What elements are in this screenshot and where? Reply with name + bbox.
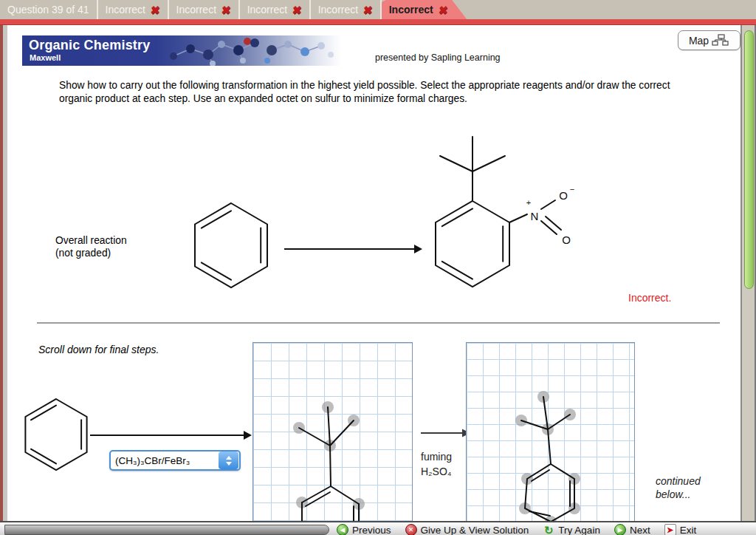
oxygen-top-label: O (559, 189, 568, 202)
tab-label: Incorrect (247, 4, 287, 16)
previous-label: Previous (352, 525, 391, 535)
course-banner: Organic Chemistry Maxwell (22, 35, 341, 66)
continued-below-note: continued below... (656, 474, 701, 501)
reagent-dropdown-value: (CH₃)₃CBr/FeBr₃ (111, 455, 219, 466)
nitrogen-plus-charge: + (526, 198, 531, 207)
tab-label: Incorrect (106, 4, 145, 16)
presented-by-text: presented by Sapling Learning (375, 52, 501, 63)
next-icon: ▶ (614, 524, 626, 535)
course-title: Organic Chemistry (29, 38, 150, 53)
give-up-button[interactable]: ✕ Give Up & View Solution (405, 524, 529, 535)
exit-icon: ➤ (664, 524, 676, 535)
reagent-dropdown[interactable]: (CH₃)₃CBr/FeBr₃ (109, 450, 241, 471)
overall-reaction-line1: Overall reaction (55, 234, 127, 247)
incorrect-x-icon: ✖ (150, 4, 160, 16)
tab-label: Incorrect (389, 4, 433, 16)
product-structure: N + O − O (425, 132, 594, 296)
tab-question-number[interactable]: Question 39 of 41 (0, 0, 98, 19)
overall-reaction-line2: (not graded) (55, 247, 127, 259)
try-again-label: Try Again (558, 525, 600, 535)
next-label: Next (630, 525, 650, 535)
benzene-reactant-structure (186, 200, 276, 294)
question-text: Show how to carry out the following tran… (59, 79, 688, 105)
overall-reaction-label: Overall reaction (not graded) (55, 234, 127, 259)
tab-label: Incorrect (176, 4, 216, 16)
continued-line1: continued (656, 474, 701, 488)
oxygen-minus-charge: − (570, 185, 574, 194)
exit-button[interactable]: ➤ Exit (664, 524, 697, 535)
give-up-icon: ✕ (405, 524, 417, 535)
give-up-label: Give Up & View Solution (421, 525, 529, 535)
scrollbar-thumb[interactable] (744, 30, 754, 289)
sitemap-icon (712, 34, 729, 47)
app-window: Question 39 of 41 Incorrect ✖ Incorrect … (0, 0, 756, 535)
incorrect-x-icon: ✖ (438, 4, 448, 16)
try-again-button[interactable]: ↻ Try Again (543, 524, 600, 535)
exit-label: Exit (680, 525, 697, 535)
reaction-arrow (283, 242, 423, 256)
drawing-canvas-1[interactable] (252, 342, 413, 527)
incorrect-feedback: Incorrect. (628, 292, 671, 304)
benzene-step-structure (19, 396, 94, 474)
tab-incorrect-1[interactable]: Incorrect ✖ (98, 0, 169, 19)
map-button[interactable]: Map (678, 30, 740, 50)
spinner-down-icon (226, 462, 232, 466)
drawn-molecule-1 (253, 343, 413, 528)
step-arrow-2 (419, 427, 471, 439)
drawn-molecule-2 (467, 343, 636, 528)
tab-label: Incorrect (318, 4, 358, 16)
tab-incorrect-active[interactable]: Incorrect ✖ (382, 0, 467, 19)
previous-icon: ◀ (337, 524, 348, 535)
incorrect-x-icon: ✖ (292, 4, 302, 16)
try-again-icon: ↻ (543, 524, 554, 535)
continued-line2: below... (656, 488, 701, 501)
step-arrow-1 (89, 429, 252, 442)
oxygen-bottom-label: O (562, 234, 571, 246)
tab-incorrect-2[interactable]: Incorrect ✖ (169, 0, 240, 19)
section-divider (37, 322, 720, 324)
fuming-h2so4-label: fuming H₂SO₄ (421, 449, 452, 479)
tab-incorrect-3[interactable]: Incorrect ✖ (240, 0, 311, 19)
previous-button[interactable]: ◀ Previous (337, 524, 391, 535)
incorrect-x-icon: ✖ (221, 4, 231, 16)
incorrect-x-icon: ✖ (362, 4, 373, 16)
next-button[interactable]: ▶ Next (614, 524, 650, 535)
question-number-label: Question 39 of 41 (7, 4, 89, 16)
fuming-line2: H₂SO₄ (421, 464, 452, 479)
drawing-canvas-2[interactable] (466, 342, 635, 527)
map-button-label: Map (689, 35, 709, 47)
dropdown-spinner-button[interactable] (219, 451, 238, 469)
tab-incorrect-4[interactable]: Incorrect ✖ (311, 0, 382, 19)
footer-left-bar (4, 525, 329, 535)
nitrogen-atom-label: N (531, 210, 539, 222)
tab-bar-red-strip (0, 19, 756, 25)
navigation-bar: ◀ Previous ✕ Give Up & View Solution ↻ T… (0, 521, 756, 535)
scroll-down-note: Scroll down for final steps. (38, 344, 159, 355)
question-tab-bar: Question 39 of 41 Incorrect ✖ Incorrect … (0, 0, 756, 19)
fuming-line1: fuming (421, 449, 452, 464)
spinner-up-icon (226, 456, 232, 460)
course-subtitle: Maxwell (30, 53, 61, 62)
